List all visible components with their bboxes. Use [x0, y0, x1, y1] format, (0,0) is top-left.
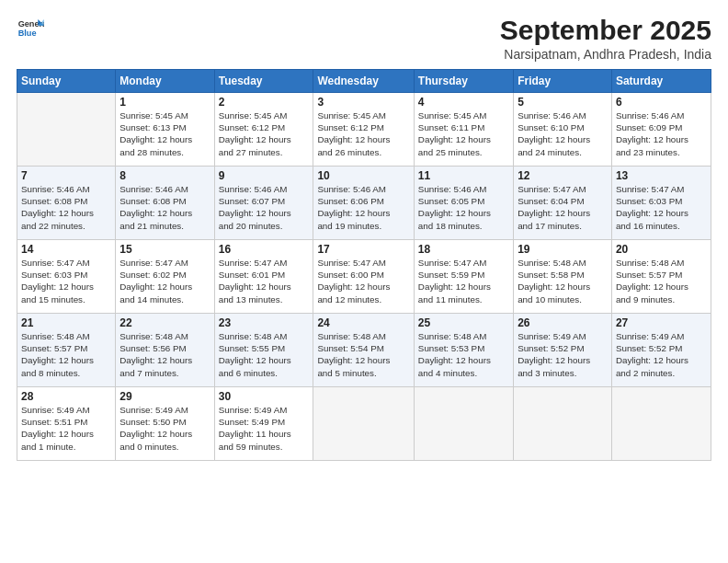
day-number: 2: [219, 96, 310, 109]
day-number: 11: [418, 169, 509, 182]
weekday-header: Tuesday: [214, 70, 313, 93]
calendar-day-cell: 6Sunrise: 5:46 AMSunset: 6:09 PMDaylight…: [611, 93, 711, 167]
day-number: 27: [616, 316, 707, 329]
calendar-day-cell: [414, 387, 513, 461]
day-info: Sunrise: 5:47 AMSunset: 6:00 PMDaylight:…: [317, 257, 409, 305]
day-number: 16: [219, 243, 310, 256]
day-number: 28: [21, 390, 111, 403]
day-number: 8: [119, 169, 210, 182]
day-number: 30: [219, 390, 310, 403]
calendar-day-cell: 20Sunrise: 5:48 AMSunset: 5:57 PMDayligh…: [611, 240, 711, 314]
day-info: Sunrise: 5:46 AMSunset: 6:09 PMDaylight:…: [616, 109, 707, 158]
calendar-day-cell: 16Sunrise: 5:47 AMSunset: 6:01 PMDayligh…: [214, 240, 313, 314]
calendar-week-row: 28Sunrise: 5:49 AMSunset: 5:51 PMDayligh…: [17, 387, 711, 461]
day-number: 25: [418, 316, 509, 329]
calendar-table: SundayMondayTuesdayWednesdayThursdayFrid…: [17, 69, 711, 461]
calendar-day-cell: 11Sunrise: 5:46 AMSunset: 6:05 PMDayligh…: [414, 167, 513, 240]
calendar-day-cell: 1Sunrise: 5:45 AMSunset: 6:13 PMDaylight…: [116, 93, 214, 167]
day-number: 21: [21, 316, 111, 329]
month-title: September 2025: [500, 15, 711, 45]
day-info: Sunrise: 5:48 AMSunset: 5:57 PMDaylight:…: [21, 330, 111, 379]
calendar-day-cell: 2Sunrise: 5:45 AMSunset: 6:12 PMDaylight…: [214, 93, 313, 167]
day-info: Sunrise: 5:47 AMSunset: 6:01 PMDaylight:…: [219, 257, 310, 305]
weekday-header: Friday: [514, 70, 612, 93]
day-number: 6: [616, 96, 707, 109]
weekday-header: Saturday: [611, 70, 711, 93]
calendar-day-cell: 19Sunrise: 5:48 AMSunset: 5:58 PMDayligh…: [514, 240, 612, 314]
day-info: Sunrise: 5:48 AMSunset: 5:56 PMDaylight:…: [119, 330, 210, 379]
calendar-day-cell: [514, 387, 612, 461]
calendar-week-row: 21Sunrise: 5:48 AMSunset: 5:57 PMDayligh…: [17, 314, 711, 387]
day-info: Sunrise: 5:48 AMSunset: 5:54 PMDaylight:…: [317, 330, 409, 379]
day-info: Sunrise: 5:46 AMSunset: 6:07 PMDaylight:…: [219, 183, 310, 232]
calendar-day-cell: 14Sunrise: 5:47 AMSunset: 6:03 PMDayligh…: [17, 240, 116, 314]
day-info: Sunrise: 5:49 AMSunset: 5:52 PMDaylight:…: [616, 330, 707, 379]
calendar-day-cell: [17, 93, 116, 167]
day-number: 10: [317, 169, 409, 182]
day-info: Sunrise: 5:46 AMSunset: 6:08 PMDaylight:…: [21, 183, 111, 232]
day-number: 5: [518, 96, 608, 109]
day-number: 7: [21, 169, 111, 182]
day-info: Sunrise: 5:48 AMSunset: 5:55 PMDaylight:…: [219, 330, 310, 379]
day-number: 15: [119, 243, 210, 256]
weekday-header: Sunday: [17, 70, 116, 93]
day-number: 26: [518, 316, 608, 329]
calendar-day-cell: [313, 387, 414, 461]
calendar-week-row: 14Sunrise: 5:47 AMSunset: 6:03 PMDayligh…: [17, 240, 711, 314]
calendar-day-cell: 25Sunrise: 5:48 AMSunset: 5:53 PMDayligh…: [414, 314, 513, 387]
day-number: 1: [119, 96, 210, 109]
day-info: Sunrise: 5:48 AMSunset: 5:53 PMDaylight:…: [418, 330, 509, 379]
title-block: September 2025 Narsipatnam, Andhra Prade…: [500, 15, 711, 62]
logo-icon: General Blue: [17, 15, 44, 42]
calendar-day-cell: 28Sunrise: 5:49 AMSunset: 5:51 PMDayligh…: [17, 387, 116, 461]
day-info: Sunrise: 5:49 AMSunset: 5:50 PMDaylight:…: [119, 404, 210, 453]
day-info: Sunrise: 5:45 AMSunset: 6:12 PMDaylight:…: [317, 109, 409, 158]
calendar-day-cell: 4Sunrise: 5:45 AMSunset: 6:11 PMDaylight…: [414, 93, 513, 167]
day-number: 19: [518, 243, 608, 256]
calendar-day-cell: 24Sunrise: 5:48 AMSunset: 5:54 PMDayligh…: [313, 314, 414, 387]
day-number: 24: [317, 316, 409, 329]
calendar-day-cell: 26Sunrise: 5:49 AMSunset: 5:52 PMDayligh…: [514, 314, 612, 387]
day-info: Sunrise: 5:48 AMSunset: 5:58 PMDaylight:…: [518, 257, 608, 305]
calendar-day-cell: 21Sunrise: 5:48 AMSunset: 5:57 PMDayligh…: [17, 314, 116, 387]
day-number: 14: [21, 243, 111, 256]
calendar-day-cell: 9Sunrise: 5:46 AMSunset: 6:07 PMDaylight…: [214, 167, 313, 240]
day-info: Sunrise: 5:47 AMSunset: 5:59 PMDaylight:…: [418, 257, 509, 305]
day-number: 4: [418, 96, 509, 109]
calendar-week-row: 1Sunrise: 5:45 AMSunset: 6:13 PMDaylight…: [17, 93, 711, 167]
day-number: 12: [518, 169, 608, 182]
calendar-day-cell: 12Sunrise: 5:47 AMSunset: 6:04 PMDayligh…: [514, 167, 612, 240]
day-number: 17: [317, 243, 409, 256]
calendar-day-cell: 29Sunrise: 5:49 AMSunset: 5:50 PMDayligh…: [116, 387, 214, 461]
weekday-header: Thursday: [414, 70, 513, 93]
calendar-day-cell: 3Sunrise: 5:45 AMSunset: 6:12 PMDaylight…: [313, 93, 414, 167]
weekday-header: Monday: [116, 70, 214, 93]
day-info: Sunrise: 5:49 AMSunset: 5:52 PMDaylight:…: [518, 330, 608, 379]
day-info: Sunrise: 5:47 AMSunset: 6:03 PMDaylight:…: [616, 183, 707, 232]
calendar-day-cell: [611, 387, 711, 461]
calendar-day-cell: 18Sunrise: 5:47 AMSunset: 5:59 PMDayligh…: [414, 240, 513, 314]
calendar-day-cell: 13Sunrise: 5:47 AMSunset: 6:03 PMDayligh…: [611, 167, 711, 240]
day-number: 3: [317, 96, 409, 109]
day-info: Sunrise: 5:46 AMSunset: 6:05 PMDaylight:…: [418, 183, 509, 232]
day-info: Sunrise: 5:49 AMSunset: 5:49 PMDaylight:…: [219, 404, 310, 453]
day-info: Sunrise: 5:48 AMSunset: 5:57 PMDaylight:…: [616, 257, 707, 305]
day-number: 22: [119, 316, 210, 329]
day-info: Sunrise: 5:49 AMSunset: 5:51 PMDaylight:…: [21, 404, 111, 453]
day-info: Sunrise: 5:45 AMSunset: 6:13 PMDaylight:…: [119, 109, 210, 158]
day-info: Sunrise: 5:47 AMSunset: 6:02 PMDaylight:…: [119, 257, 210, 305]
day-info: Sunrise: 5:46 AMSunset: 6:08 PMDaylight:…: [119, 183, 210, 232]
day-info: Sunrise: 5:46 AMSunset: 6:10 PMDaylight:…: [518, 109, 608, 158]
day-number: 23: [219, 316, 310, 329]
day-number: 13: [616, 169, 707, 182]
day-info: Sunrise: 5:45 AMSunset: 6:11 PMDaylight:…: [418, 109, 509, 158]
day-number: 20: [616, 243, 707, 256]
calendar-day-cell: 17Sunrise: 5:47 AMSunset: 6:00 PMDayligh…: [313, 240, 414, 314]
calendar-day-cell: 23Sunrise: 5:48 AMSunset: 5:55 PMDayligh…: [214, 314, 313, 387]
calendar-day-cell: 8Sunrise: 5:46 AMSunset: 6:08 PMDaylight…: [116, 167, 214, 240]
calendar-day-cell: 10Sunrise: 5:46 AMSunset: 6:06 PMDayligh…: [313, 167, 414, 240]
page-header: General Blue September 2025 Narsipatnam,…: [17, 15, 711, 62]
day-info: Sunrise: 5:45 AMSunset: 6:12 PMDaylight:…: [219, 109, 310, 158]
day-info: Sunrise: 5:47 AMSunset: 6:04 PMDaylight:…: [518, 183, 608, 232]
logo: General Blue: [17, 15, 44, 42]
